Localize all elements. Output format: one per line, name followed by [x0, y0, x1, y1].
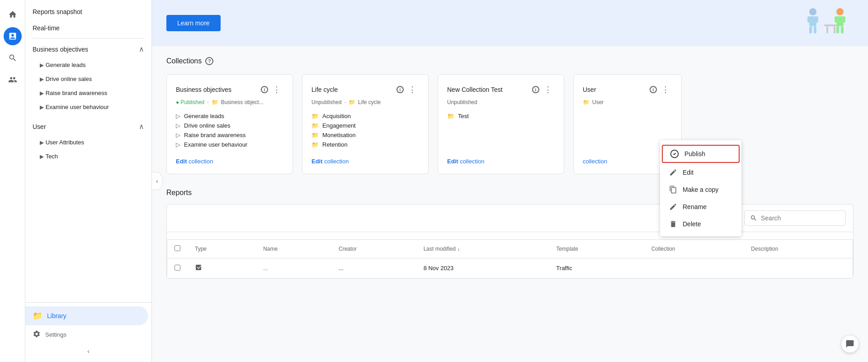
collections-info-icon[interactable]: ? [205, 57, 213, 65]
folder-icon-sm: 📁 [311, 132, 319, 138]
explore-icon[interactable] [4, 49, 22, 67]
col-header-last-modified[interactable]: Last modified ↓ [416, 240, 549, 258]
edit-collection-link[interactable]: Edit collection [311, 158, 419, 165]
card-menu-button[interactable]: ⋮ [541, 84, 555, 95]
publish-icon [670, 149, 679, 158]
select-all-checkbox[interactable] [175, 245, 180, 251]
sidebar-item-raise-brand-awareness[interactable]: ▶ Raise brand awareness [25, 86, 151, 100]
chevron-left-icon: ‹ [87, 348, 90, 355]
search-input[interactable] [761, 214, 840, 222]
list-item: ▷ Drive online sales [176, 122, 283, 129]
row-checkbox[interactable] [175, 265, 180, 271]
chat-fab-button[interactable] [841, 335, 859, 353]
sidebar-item-user-attributes[interactable]: ▶ User Attributes [25, 135, 151, 149]
col-header-name[interactable]: Name [256, 240, 331, 258]
card-menu-button[interactable]: ⋮ [659, 84, 672, 95]
collection-card-new-collection-test: New Collection Test i ⋮ Unpublished 📁 Te… [438, 74, 564, 174]
learn-more-button[interactable]: Learn more [166, 15, 221, 31]
chat-icon [845, 339, 854, 348]
folder-icon-sm: 📁 [583, 99, 590, 105]
rename-icon [669, 203, 677, 211]
context-menu-make-a-copy[interactable]: Make a copy [660, 181, 741, 198]
svg-rect-1 [809, 16, 816, 26]
sidebar-item-reports-snapshot[interactable]: Reports snapshot [25, 4, 151, 20]
sidebar-item-drive-online-sales[interactable]: ▶ Drive online sales [25, 72, 151, 86]
reports-icon[interactable] [4, 27, 22, 45]
card-menu-button[interactable]: ⋮ [270, 84, 283, 95]
sidebar-item-real-time[interactable]: Real-time [25, 20, 151, 36]
sidebar-item-generate-leads[interactable]: ▶ Generate leads [25, 58, 151, 72]
row-last-modified: 8 Nov 2023 [416, 258, 549, 278]
row-creator: ... [331, 258, 416, 278]
collapse-sidebar-arrow[interactable]: ‹ [152, 172, 163, 190]
card-meta: Unpublished [447, 99, 555, 105]
edit-collection-link[interactable]: collection [583, 158, 672, 165]
svg-point-6 [836, 8, 844, 15]
folder-icon-sm: 📁 [311, 141, 319, 148]
reports-container: + Create new report Type Name Creator [166, 204, 854, 279]
card-title: New Collection Test [447, 86, 503, 93]
card-items: 📁 Acquisition 📁 Engagement 📁 Monetisatio… [311, 113, 419, 149]
card-info-icon[interactable]: i [261, 86, 268, 93]
row-description [744, 258, 853, 278]
card-info-icon[interactable]: i [532, 86, 539, 93]
context-menu-rename[interactable]: Rename [660, 198, 741, 215]
folder-icon-sm: ▷ [176, 141, 180, 148]
svg-rect-3 [816, 16, 818, 23]
list-item: ▷ Examine user behaviour [176, 141, 283, 148]
context-menu-publish[interactable]: Publish [662, 145, 740, 163]
search-icon [750, 214, 757, 222]
card-title: User [583, 86, 596, 93]
card-title: Business objectives [176, 86, 231, 93]
folder-icon-sm: 📁 [311, 122, 319, 129]
reports-table: Type Name Creator Last modified ↓ Templa… [167, 239, 853, 278]
svg-rect-12 [824, 24, 838, 26]
card-info-icon[interactable]: i [396, 86, 404, 93]
folder-icon-sm: ▷ [176, 113, 180, 119]
edit-collection-link[interactable]: Edit collection [176, 158, 283, 165]
list-item: ▷ Raise brand awareness [176, 132, 283, 138]
chevron-right-icon: ▶ [40, 76, 44, 82]
main-content: Learn more [152, 0, 868, 362]
sidebar-group-user[interactable]: User ∧ [25, 118, 151, 135]
collections-title: Collections [166, 57, 202, 65]
sidebar-item-tech[interactable]: ▶ Tech [25, 149, 151, 163]
collapse-icon: ∧ [139, 45, 144, 53]
audience-icon[interactable] [4, 71, 22, 89]
table-row: ... ... 8 Nov 2023 Traffic [167, 258, 853, 278]
row-type-icon [195, 264, 202, 271]
svg-point-0 [809, 8, 816, 15]
card-meta: Unpublished · 📁 Life cycle [311, 99, 419, 105]
row-name[interactable]: ... [256, 258, 331, 278]
library-item[interactable]: 📁 Library [25, 306, 148, 325]
folder-icon-sm: ▷ [176, 122, 180, 129]
sort-icon: ↓ [457, 246, 460, 252]
sidebar-group-business-objectives[interactable]: Business objectives ∧ [25, 40, 151, 58]
context-menu-delete[interactable]: Delete [660, 215, 741, 233]
sidebar-item-examine-user-behaviour[interactable]: ▶ Examine user behaviour [25, 100, 151, 114]
card-info-icon[interactable]: i [650, 86, 657, 93]
folder-icon-sm: ▷ [176, 132, 180, 138]
list-item: 📁 Acquisition [311, 113, 419, 119]
folder-icon-sm: 📁 [447, 113, 454, 119]
svg-rect-10 [836, 26, 839, 33]
card-menu-button[interactable]: ⋮ [406, 84, 419, 95]
col-header-template: Template [549, 240, 644, 258]
svg-rect-11 [841, 26, 844, 33]
settings-icon [33, 330, 41, 339]
reports-toolbar: + Create new report [167, 205, 853, 232]
collections-row: Business objectives i ⋮ ● Published · 📁 … [166, 74, 854, 174]
svg-rect-5 [814, 26, 816, 33]
card-items: 📁 Test [447, 113, 555, 149]
card-icons: i ⋮ [261, 84, 283, 95]
copy-icon [669, 186, 677, 194]
col-header-type: Type [188, 240, 256, 258]
sidebar-collapse-button[interactable]: ‹ [25, 344, 151, 358]
home-icon[interactable] [4, 5, 22, 24]
edit-collection-link[interactable]: Edit collection [447, 158, 555, 165]
context-menu-edit[interactable]: Edit [660, 164, 741, 181]
collection-card-business-objectives: Business objectives i ⋮ ● Published · 📁 … [166, 74, 293, 174]
svg-rect-13 [826, 26, 828, 33]
illustration-figure1 [799, 7, 854, 39]
settings-item[interactable]: Settings [25, 325, 151, 344]
